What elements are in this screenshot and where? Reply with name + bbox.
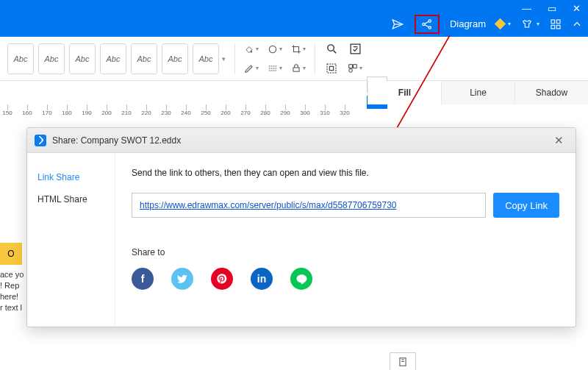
- style-option[interactable]: Abc: [162, 43, 188, 74]
- dialog-header: Share: Company SWOT 12.eddx ✕: [27, 128, 576, 153]
- sidebar-item-html-share[interactable]: HTML Share: [27, 188, 115, 210]
- share-link-field[interactable]: https://www.edrawmax.com/server/public/s…: [132, 193, 486, 218]
- svg-rect-14: [354, 64, 357, 68]
- share-link-text[interactable]: https://www.edrawmax.com/server/public/s…: [140, 200, 397, 210]
- style-option[interactable]: Abc: [7, 43, 34, 74]
- tab-fill[interactable]: Fill: [368, 81, 441, 104]
- diagram-label[interactable]: Diagram: [450, 18, 486, 29]
- svg-rect-17: [400, 357, 406, 366]
- dialog-title: Share: Company SWOT 12.eddx: [52, 135, 181, 146]
- share-icon[interactable]: [415, 15, 440, 34]
- style-option[interactable]: Abc: [69, 43, 96, 74]
- svg-point-0: [423, 23, 425, 25]
- crop-icon[interactable]: ▾: [291, 42, 306, 57]
- svg-rect-5: [551, 25, 555, 29]
- dialog-sidebar: Link Share HTML Share: [27, 153, 115, 327]
- svg-rect-3: [551, 20, 555, 24]
- svg-point-7: [269, 46, 276, 52]
- window-close[interactable]: ✕: [573, 3, 581, 14]
- svg-rect-8: [293, 68, 299, 71]
- canvas-text-fragment: ace yo: [0, 269, 29, 280]
- tab-line[interactable]: Line: [441, 81, 514, 104]
- send-icon[interactable]: [391, 18, 404, 31]
- shape-circle-icon[interactable]: ▾: [268, 42, 282, 57]
- pen-icon[interactable]: ▾: [244, 61, 259, 76]
- svg-point-15: [349, 68, 353, 72]
- tab-shadow[interactable]: Shadow: [514, 81, 588, 104]
- canvas-text-fragment: here!: [0, 291, 29, 302]
- copy-link-button[interactable]: Copy Link: [493, 193, 559, 218]
- facebook-icon[interactable]: f: [132, 268, 154, 290]
- svg-rect-6: [556, 25, 560, 29]
- window-restore[interactable]: ▭: [548, 3, 556, 14]
- format-panel-tabs: Fill Line Shadow: [368, 81, 588, 104]
- line-icon[interactable]: [290, 268, 312, 290]
- svg-rect-12: [329, 66, 333, 70]
- dialog-close-button[interactable]: ✕: [550, 132, 568, 149]
- svg-rect-13: [349, 64, 353, 68]
- svg-point-1: [429, 19, 431, 21]
- line-style-icon[interactable]: ▾: [268, 61, 282, 76]
- bottom-toolbar-item[interactable]: [390, 352, 416, 370]
- canvas-text-fragment: ! Rep: [0, 280, 29, 291]
- titlebar: — ▭ ✕ Diagram ▾ ▾: [0, 0, 588, 37]
- separator: [315, 43, 315, 74]
- replace-icon[interactable]: [348, 42, 362, 57]
- premium-icon[interactable]: ▾: [496, 20, 511, 28]
- components-icon[interactable]: ▾: [348, 61, 362, 76]
- share-dialog: Share: Company SWOT 12.eddx ✕ Link Share…: [26, 127, 576, 327]
- style-option[interactable]: Abc: [193, 43, 219, 74]
- search-icon[interactable]: [324, 42, 339, 57]
- share-description: Send the link to others, then they can o…: [132, 168, 559, 178]
- select-all-icon[interactable]: [324, 61, 339, 76]
- collapse-ribbon-icon[interactable]: [572, 19, 582, 29]
- twitter-icon[interactable]: [171, 268, 193, 290]
- style-gallery-expand[interactable]: ▾: [222, 55, 226, 63]
- style-gallery: Abc Abc Abc Abc Abc Abc Abc ▾: [7, 43, 226, 74]
- horizontal-ruler: 1501601701801902002102202302402502602702…: [0, 104, 368, 119]
- svg-point-2: [429, 26, 431, 28]
- apps-icon[interactable]: [550, 18, 562, 30]
- style-option[interactable]: Abc: [100, 43, 126, 74]
- canvas-text-fragment: r text l: [0, 302, 29, 313]
- sidebar-item-link-share[interactable]: Link Share: [27, 166, 115, 188]
- style-option[interactable]: Abc: [131, 43, 157, 74]
- pinterest-icon[interactable]: [211, 268, 233, 290]
- linkedin-icon[interactable]: in: [251, 268, 273, 290]
- share-to-label: Share to: [132, 247, 559, 257]
- svg-rect-11: [327, 64, 336, 73]
- dialog-main: Send the link to others, then they can o…: [115, 153, 576, 327]
- app-logo-icon: [35, 135, 46, 146]
- lock-icon[interactable]: ▾: [291, 61, 306, 76]
- svg-point-9: [327, 45, 334, 51]
- swot-opportunities-box[interactable]: O: [0, 243, 22, 265]
- ribbon: Abc Abc Abc Abc Abc Abc Abc ▾ ▾ ▾ ▾ ▾ ▾ …: [0, 37, 588, 81]
- svg-rect-4: [556, 20, 560, 24]
- shirt-icon[interactable]: ▾: [521, 18, 539, 30]
- separator: [234, 43, 235, 74]
- style-option[interactable]: Abc: [38, 43, 65, 74]
- svg-rect-10: [351, 44, 360, 54]
- fill-bucket-icon[interactable]: ▾: [244, 42, 259, 57]
- window-minimize[interactable]: —: [522, 3, 531, 14]
